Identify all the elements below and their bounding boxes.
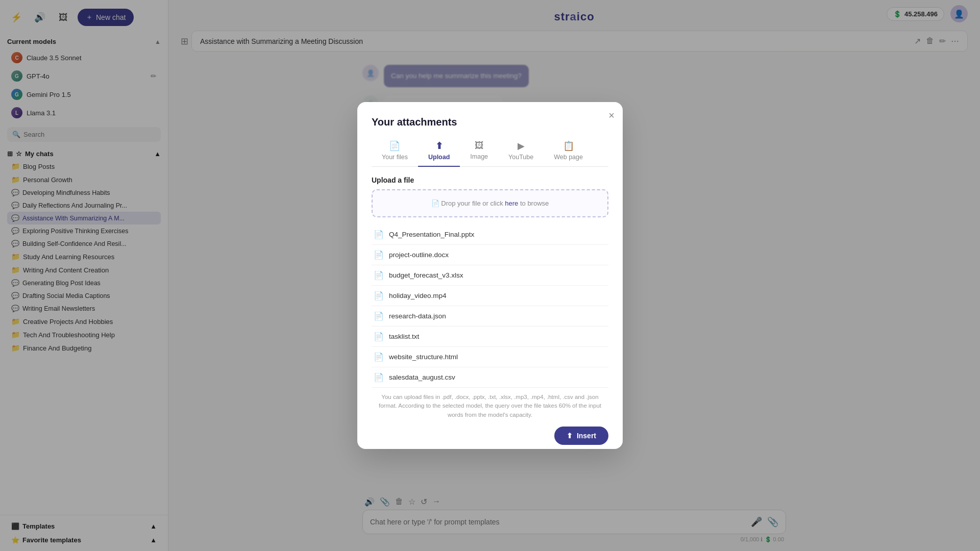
- file-item[interactable]: 📄 project-outline.docx: [372, 245, 608, 265]
- insert-label: Insert: [577, 432, 596, 440]
- modal-tabs: 📄 Your files ⬆ Upload 🖼 Image ▶ YouTube …: [372, 136, 608, 167]
- upload-section-label: Upload a file: [372, 176, 608, 184]
- file-item[interactable]: 📄 research-data.json: [372, 306, 608, 327]
- web-page-icon: 📋: [563, 140, 574, 152]
- file-doc-icon: 📄: [374, 311, 384, 321]
- tab-upload[interactable]: ⬆ Upload: [418, 136, 460, 167]
- modal-info-text: You can upload files in .pdf, .docx, .pp…: [372, 393, 608, 419]
- file-upload-icon: 📄: [431, 199, 439, 207]
- insert-button[interactable]: ⬆ Insert: [554, 427, 608, 445]
- file-name: website_structure.html: [389, 353, 606, 361]
- file-name: tasklist.txt: [389, 333, 606, 340]
- file-name: research-data.json: [389, 312, 606, 320]
- file-doc-icon: 📄: [374, 352, 384, 362]
- file-doc-icon: 📄: [374, 230, 384, 239]
- file-list: 📄 Q4_Presentation_Final.pptx 📄 project-o…: [372, 224, 608, 388]
- file-doc-icon: 📄: [374, 332, 384, 341]
- tab-your-files-label: Your files: [382, 154, 408, 161]
- tab-image[interactable]: 🖼 Image: [460, 136, 498, 167]
- tab-image-label: Image: [470, 153, 488, 160]
- file-name: project-outline.docx: [389, 251, 606, 259]
- file-item[interactable]: 📄 holiday_video.mp4: [372, 286, 608, 306]
- drop-zone-text: Drop your file or click: [441, 199, 505, 207]
- file-item[interactable]: 📄 Q4_Presentation_Final.pptx: [372, 224, 608, 245]
- file-doc-icon: 📄: [374, 291, 384, 300]
- file-name: Q4_Presentation_Final.pptx: [389, 231, 606, 238]
- file-name: holiday_video.mp4: [389, 292, 606, 299]
- file-item[interactable]: 📄 budget_forecast_v3.xlsx: [372, 265, 608, 286]
- tab-youtube-label: YouTube: [508, 154, 533, 161]
- attachments-modal: × Your attachments 📄 Your files ⬆ Upload…: [357, 102, 623, 449]
- youtube-icon: ▶: [518, 140, 525, 152]
- image-tab-icon: 🖼: [475, 140, 484, 151]
- modal-close-button[interactable]: ×: [608, 110, 615, 120]
- your-files-icon: 📄: [389, 140, 400, 152]
- file-item[interactable]: 📄 tasklist.txt: [372, 327, 608, 347]
- insert-icon: ⬆: [567, 432, 573, 440]
- drop-zone[interactable]: 📄 Drop your file or click here to browse: [372, 189, 608, 217]
- file-doc-icon: 📄: [374, 250, 384, 260]
- browse-link[interactable]: here: [505, 199, 518, 207]
- tab-web-page-label: Web page: [554, 154, 583, 161]
- drop-zone-suffix: to browse: [518, 199, 549, 207]
- file-name: salesdata_august.csv: [389, 373, 606, 381]
- tab-upload-label: Upload: [428, 154, 450, 161]
- file-doc-icon: 📄: [374, 270, 384, 280]
- tab-youtube[interactable]: ▶ YouTube: [498, 136, 544, 167]
- modal-overlay[interactable]: × Your attachments 📄 Your files ⬆ Upload…: [0, 0, 980, 551]
- file-name: budget_forecast_v3.xlsx: [389, 271, 606, 279]
- file-item[interactable]: 📄 website_structure.html: [372, 347, 608, 367]
- upload-icon: ⬆: [435, 140, 443, 152]
- modal-title: Your attachments: [372, 116, 608, 128]
- file-doc-icon: 📄: [374, 372, 384, 382]
- tab-your-files[interactable]: 📄 Your files: [372, 136, 418, 167]
- tab-web-page[interactable]: 📋 Web page: [544, 136, 593, 167]
- file-item[interactable]: 📄 salesdata_august.csv: [372, 367, 608, 388]
